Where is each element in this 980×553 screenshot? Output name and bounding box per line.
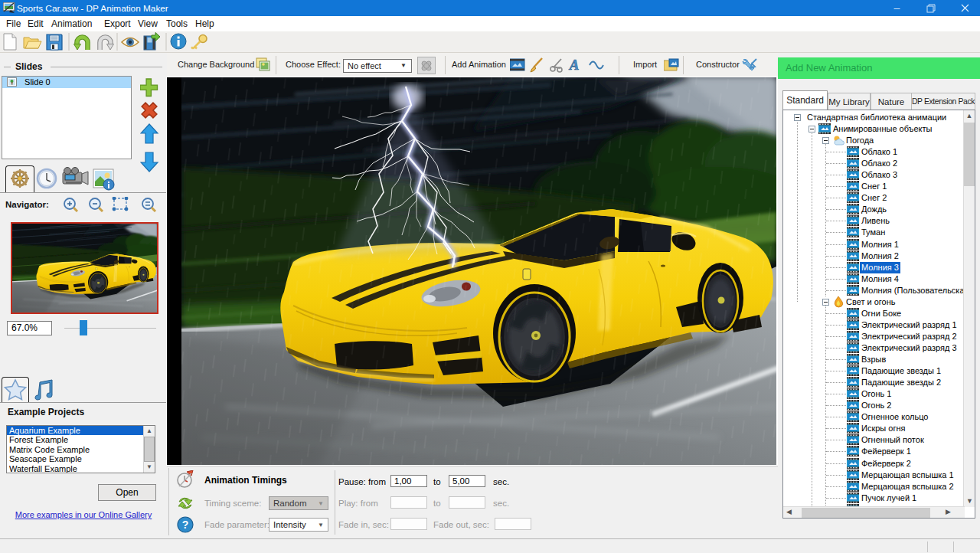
svg-text:A: A: [569, 57, 580, 73]
svg-text:?: ?: [182, 519, 189, 531]
